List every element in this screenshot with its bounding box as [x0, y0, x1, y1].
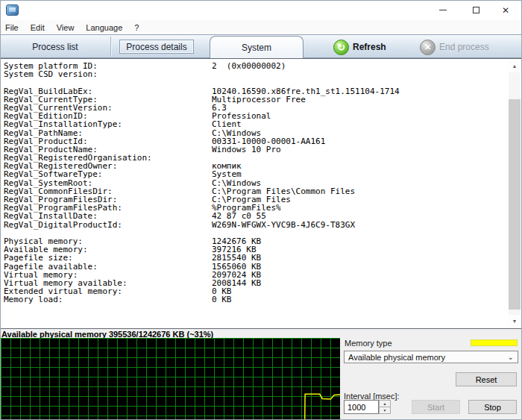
start-button[interactable]: Start — [412, 400, 460, 414]
refresh-label: Refresh — [353, 42, 386, 52]
scrollbar-thumb[interactable] — [509, 99, 521, 310]
refresh-icon: ↻ — [333, 40, 349, 55]
menu-item-file[interactable]: File — [4, 22, 20, 33]
system-info-row: Memory load:0 KB — [4, 295, 400, 304]
system-info-row: RegVal_SoftwareType:System — [4, 170, 400, 178]
tab-process-list[interactable]: Process list — [0, 36, 110, 57]
system-info-row: Pagefile available:1565060 KB — [4, 263, 400, 271]
stepper-up-icon[interactable]: ▲ — [380, 401, 390, 407]
memory-type-value: Available physical memory — [348, 353, 445, 362]
scroll-up-icon[interactable]: ▲ — [509, 60, 521, 72]
memory-monitor-panel: Available physical memory 395536/1242676… — [0, 329, 522, 420]
system-info-row: Pagefile size:2815540 KB — [4, 254, 400, 262]
system-info-row: RegVal_InstallationType:Client — [4, 120, 400, 128]
minimize-icon — [439, 10, 447, 10]
interval-input[interactable] — [344, 400, 379, 414]
reset-button[interactable]: Reset — [456, 372, 517, 386]
vertical-scrollbar[interactable]: ▲ ▼ — [509, 60, 521, 327]
close-icon: ✕ — [502, 6, 509, 15]
menu-bar: FileEditViewLanguage? — [0, 20, 522, 34]
end-process-label: End process — [439, 42, 489, 52]
memory-type-select[interactable]: Available physical memory ⌄ — [344, 351, 518, 363]
stepper-down-icon[interactable]: ▼ — [380, 407, 390, 413]
app-icon — [6, 4, 19, 16]
tab-strip: Process list Process details System ↻ Re… — [0, 34, 522, 58]
system-info-row: RegVal_PathName:C:\Windows — [4, 129, 400, 137]
maximize-button[interactable] — [459, 0, 492, 20]
tab-system[interactable]: System — [210, 36, 304, 58]
system-info-row: Extended virtual memory:0 KB — [4, 287, 400, 295]
menu-item-[interactable]: ? — [133, 22, 140, 33]
menu-item-edit[interactable]: Edit — [29, 22, 46, 33]
scroll-down-icon[interactable]: ▼ — [509, 315, 521, 327]
refresh-button[interactable]: ↻ Refresh — [333, 37, 386, 57]
chevron-down-icon: ⌄ — [508, 354, 514, 361]
memory-graph — [1, 338, 340, 420]
title-bar: ✕ — [0, 0, 522, 20]
system-info-row: RegVal_DigitalProductId:W269N-WFGWX-YVC9… — [4, 221, 400, 229]
system-info-list: System platform ID:2 (0x00000002)System … — [4, 62, 400, 304]
system-info-row: System CSD version: — [4, 70, 400, 78]
tab-process-details[interactable]: Process details — [119, 40, 194, 54]
system-info-panel: System platform ID:2 (0x00000002)System … — [0, 58, 522, 329]
maximize-icon — [473, 7, 479, 13]
stop-button[interactable]: Stop — [468, 400, 517, 414]
minimize-button[interactable] — [427, 0, 459, 20]
line-color-swatch — [471, 339, 518, 346]
close-button[interactable]: ✕ — [489, 0, 522, 20]
tab-divider — [110, 37, 111, 57]
memory-line-chart — [1, 338, 340, 420]
menu-item-view[interactable]: View — [55, 22, 76, 33]
end-process-icon: ✕ — [420, 40, 435, 55]
interval-stepper[interactable]: ▲ ▼ — [379, 400, 391, 414]
end-process-button[interactable]: ✕ End process — [420, 37, 489, 57]
menu-item-language[interactable]: Language — [84, 22, 124, 33]
memory-line — [305, 394, 340, 420]
memory-type-label: Memory type — [345, 339, 392, 348]
